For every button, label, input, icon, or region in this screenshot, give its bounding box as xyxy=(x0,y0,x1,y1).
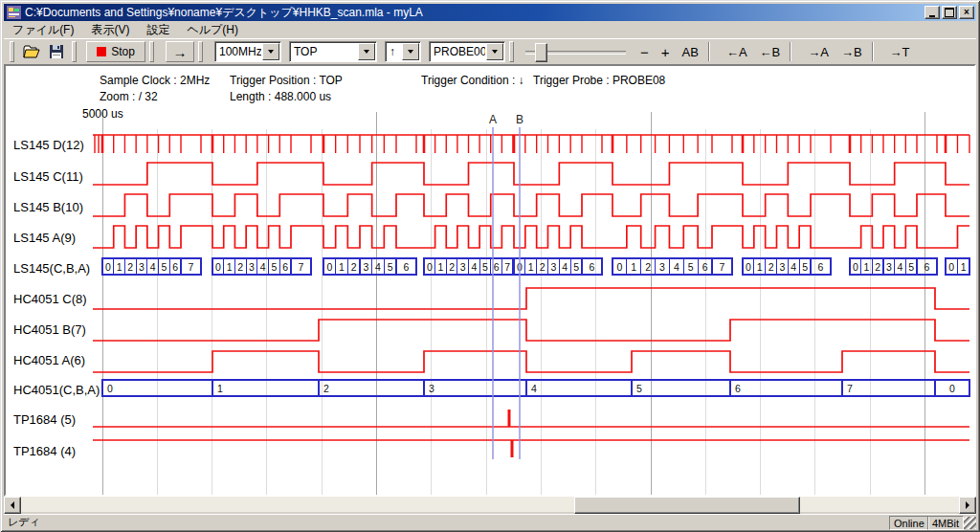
goto-cursor-b-right-button[interactable]: →B xyxy=(838,41,865,62)
maximize-button[interactable] xyxy=(942,6,957,19)
zoom-slider[interactable] xyxy=(525,41,626,62)
toolbar-grip[interactable] xyxy=(10,41,14,62)
trigger-edge-combo[interactable]: ↑ xyxy=(385,41,421,62)
toolbar-separator xyxy=(872,42,874,61)
menu-file[interactable]: ファイル(F) xyxy=(4,21,82,39)
combo-dropdown-button[interactable] xyxy=(262,43,279,60)
toolbar-grip[interactable] xyxy=(149,41,154,62)
sample-clock-value: 100MHz xyxy=(215,45,261,58)
menu-view[interactable]: 表示(V) xyxy=(82,21,138,39)
maximize-icon xyxy=(945,8,954,17)
toolbar: Stop → 100MHz TOP ↑ PROBE00 − + AB ←A xyxy=(4,38,976,65)
trigger-probe-value: PROBE00 xyxy=(430,45,485,58)
toolbar-separator xyxy=(708,42,710,61)
minimize-icon xyxy=(929,15,935,17)
combo-dropdown-button[interactable] xyxy=(402,43,419,60)
scroll-right-button[interactable] xyxy=(959,497,976,514)
toolbar-grip[interactable] xyxy=(509,41,514,62)
menu-help[interactable]: ヘルプ(H) xyxy=(178,21,247,39)
toolbar-separator xyxy=(790,42,791,61)
goto-cursor-a-right-button[interactable]: →A xyxy=(805,41,832,62)
status-bar: レディ Online 4MBit xyxy=(4,514,976,529)
zoom-in-button[interactable]: + xyxy=(658,41,673,62)
status-memory-badge: 4MBit xyxy=(927,516,964,530)
sample-clock-combo[interactable]: 100MHz xyxy=(214,41,281,62)
resize-grip-icon[interactable] xyxy=(964,517,976,529)
floppy-icon xyxy=(50,45,63,58)
chevron-down-icon xyxy=(408,50,413,54)
combo-dropdown-button[interactable] xyxy=(358,43,375,60)
zoom-out-button[interactable]: − xyxy=(637,41,652,62)
close-button[interactable]: × xyxy=(959,6,974,19)
trigger-edge-value: ↑ xyxy=(386,45,401,58)
save-button[interactable] xyxy=(45,41,68,62)
app-icon xyxy=(7,6,21,19)
toolbar-grip[interactable] xyxy=(198,41,203,62)
open-file-button[interactable] xyxy=(18,41,45,62)
stop-button[interactable]: Stop xyxy=(86,41,145,62)
minimize-button[interactable] xyxy=(924,6,940,19)
arrow-left-icon xyxy=(11,501,14,509)
trigger-probe-combo[interactable]: PROBE00 xyxy=(429,41,505,62)
open-folder-icon xyxy=(23,45,40,58)
ab-cursor-button[interactable]: AB xyxy=(679,41,702,62)
goto-cursor-b-left-button[interactable]: ←B xyxy=(757,41,784,62)
close-icon: × xyxy=(964,8,969,17)
goto-cursor-a-left-button[interactable]: ←A xyxy=(724,41,750,62)
menu-settings[interactable]: 設定 xyxy=(138,21,178,39)
status-ready-text: レディ xyxy=(8,515,40,529)
arrow-right-icon xyxy=(966,501,969,509)
waveform-panel[interactable] xyxy=(4,64,976,497)
chevron-down-icon xyxy=(364,50,369,54)
trigger-position-value: TOP xyxy=(290,45,357,58)
slider-thumb[interactable] xyxy=(535,43,547,62)
title-bar[interactable]: C:¥Documents and Settings¥noname¥デスクトップ¥… xyxy=(4,4,976,21)
menu-bar: ファイル(F) 表示(V) 設定 ヘルプ(H) xyxy=(4,22,976,37)
chevron-down-icon xyxy=(492,50,498,54)
window-title: C:¥Documents and Settings¥noname¥デスクトップ¥… xyxy=(25,5,423,21)
trigger-position-combo[interactable]: TOP xyxy=(289,41,377,62)
stop-icon xyxy=(97,47,106,56)
chevron-down-icon xyxy=(268,50,274,54)
run-button[interactable]: → xyxy=(166,41,194,62)
status-online-badge: Online xyxy=(889,516,929,530)
horizontal-scrollbar[interactable] xyxy=(4,497,976,512)
scroll-left-button[interactable] xyxy=(4,497,21,514)
scrollbar-thumb[interactable] xyxy=(574,497,800,514)
goto-trigger-button[interactable]: →T xyxy=(887,41,913,62)
toolbar-grip[interactable] xyxy=(72,41,77,62)
app-window: C:¥Documents and Settings¥noname¥デスクトップ¥… xyxy=(0,0,980,532)
combo-dropdown-button[interactable] xyxy=(486,43,503,60)
stop-label: Stop xyxy=(111,45,135,58)
